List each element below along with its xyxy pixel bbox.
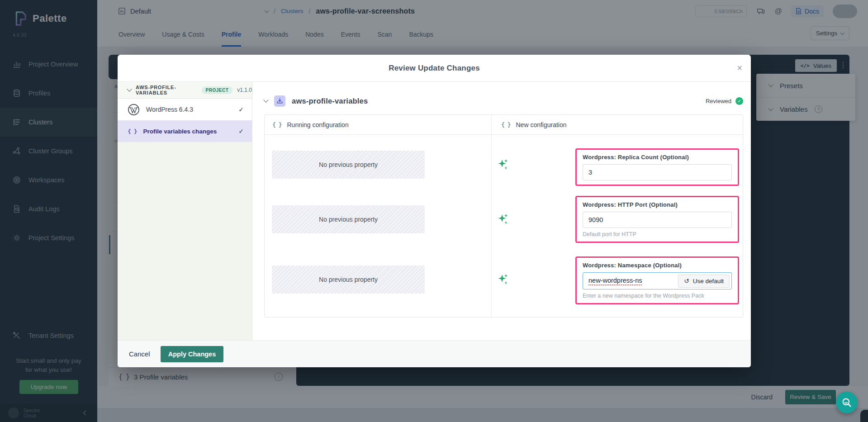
column-divider: [491, 115, 492, 317]
annotation-box-replica-count: Wordpress: Replica Count (Optional): [575, 148, 739, 186]
profile-tree-pane: AWS-PROFILE-VARIABLES PROJECT v1.1.0 Wor…: [118, 82, 252, 340]
wordpress-icon: [128, 104, 140, 116]
profile-name: AWS-PROFILE-VARIABLES: [136, 85, 197, 95]
modal-body: AWS-PROFILE-VARIABLES PROJECT v1.1.0 Wor…: [118, 82, 751, 340]
profile-version: v1.1.0: [237, 87, 252, 93]
column-label: New configuration: [516, 121, 566, 128]
diff-column-headers: { } Running configuration { } New config…: [265, 115, 743, 135]
pack-title: aws-profile-variables: [292, 97, 368, 105]
corner-widget: [860, 410, 868, 422]
check-icon: ✓: [238, 128, 244, 135]
chevron-down-icon: [263, 97, 268, 102]
no-previous-property-box: No previous property: [272, 205, 425, 233]
pack-label: Profile variables changes: [143, 128, 217, 135]
field-helper: Default port for HTTP: [583, 231, 732, 237]
running-configuration-header: { } Running configuration: [265, 115, 491, 134]
pack-item-wordpress[interactable]: WordPress 6.4.3 ✓: [118, 99, 252, 120]
modal-header: Review Update Changes ✕: [118, 55, 751, 82]
pack-section-header[interactable]: aws-profile-variables Reviewed ✓: [264, 93, 743, 109]
field-helper: Enter a new namespace for the Wordpress …: [583, 293, 732, 299]
review-update-changes-modal: Review Update Changes ✕ AWS-PROFILE-VARI…: [118, 55, 751, 367]
use-default-button[interactable]: ↺ Use default: [678, 275, 730, 288]
column-label: Running configuration: [287, 121, 348, 128]
no-previous-property-box: No previous property: [272, 266, 425, 294]
namespace-value: new-wordpress-ns: [588, 277, 642, 285]
scope-badge: PROJECT: [202, 86, 233, 94]
new-change-sparkle-icon: [496, 273, 510, 286]
profile-header-toggle[interactable]: AWS-PROFILE-VARIABLES PROJECT v1.1.0: [118, 82, 252, 99]
modal-title: Review Update Changes: [389, 64, 480, 73]
configuration-diff-card: { } Running configuration { } New config…: [264, 114, 743, 318]
braces-icon: { }: [272, 121, 281, 128]
http-port-input[interactable]: [583, 212, 732, 228]
braces-icon: { }: [501, 121, 510, 128]
apply-changes-button[interactable]: Apply Changes: [161, 346, 224, 362]
modal-footer: Cancel Apply Changes: [118, 340, 751, 367]
check-icon: ✓: [238, 106, 244, 113]
field-label: Wordpress: HTTP Port (Optional): [583, 201, 732, 208]
new-change-sparkle-icon: [496, 213, 510, 226]
chevron-down-icon: [127, 86, 132, 91]
changes-pane: aws-profile-variables Reviewed ✓ { } Run…: [252, 82, 751, 340]
field-label: Wordpress: Replica Count (Optional): [583, 154, 732, 161]
reviewed-check-icon: ✓: [735, 97, 743, 105]
pack-import-icon: [274, 95, 285, 107]
close-icon[interactable]: ✕: [737, 64, 743, 72]
new-change-sparkle-icon: [496, 158, 510, 171]
magnifier-smile-icon: [841, 397, 853, 408]
replica-count-input[interactable]: [583, 164, 732, 180]
annotation-box-namespace: Wordpress: Namespace (Optional) new-word…: [575, 256, 739, 304]
reviewed-label: Reviewed: [706, 98, 731, 104]
pack-item-profile-variables[interactable]: { } Profile variables changes ✓: [118, 120, 252, 142]
pack-label: WordPress 6.4.3: [146, 106, 193, 113]
no-previous-property-box: No previous property: [272, 151, 425, 179]
field-label: Wordpress: Namespace (Optional): [583, 262, 732, 269]
reviewed-badge: Reviewed ✓: [706, 97, 743, 105]
restore-icon: ↺: [684, 277, 689, 284]
braces-icon: { }: [128, 128, 137, 135]
new-configuration-header: { } New configuration: [491, 115, 743, 134]
use-default-label: Use default: [693, 278, 724, 284]
cancel-button[interactable]: Cancel: [129, 350, 150, 358]
annotation-box-http-port: Wordpress: HTTP Port (Optional) Default …: [575, 196, 739, 243]
namespace-input[interactable]: new-wordpress-ns ↺ Use default: [583, 272, 732, 289]
support-search-fab[interactable]: [836, 392, 858, 413]
